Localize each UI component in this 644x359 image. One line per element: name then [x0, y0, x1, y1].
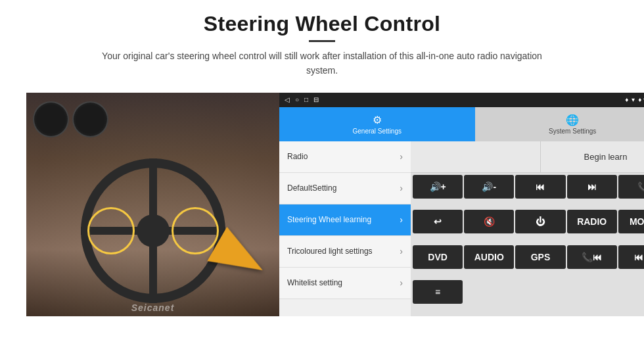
menu-arrow-tricoloured: › [400, 246, 403, 256]
mode-label: MODE [630, 216, 644, 227]
watermark: Seicanet [131, 302, 175, 313]
wifi-icon: ▾ [632, 96, 635, 103]
empty-display-box [411, 141, 541, 172]
mute-button[interactable]: 🔇 [464, 210, 514, 233]
radio-button[interactable]: RADIO [567, 210, 617, 233]
status-bar: ◁ ○ □ ⊟ ♦ ▾ ♦ ▾ 13:13 [279, 93, 644, 107]
call-prev-icon: 📞⏮ [582, 252, 602, 262]
menu-default-label: DefaultSetting [287, 183, 336, 193]
general-settings-icon: ⚙ [373, 114, 382, 126]
car-image: Seicanet [26, 93, 279, 316]
skip-button[interactable]: ⏮⏭ [618, 245, 644, 269]
tab-general-settings[interactable]: ⚙ General Settings [279, 107, 475, 141]
title-section: Steering Wheel Control Your original car… [85, 12, 559, 87]
back-icon: ◁ [285, 96, 290, 103]
menu-item-radio[interactable]: Radio › [279, 141, 411, 173]
menu-item-steering[interactable]: Steering Wheel learning › [279, 204, 411, 236]
power-icon: ⏻ [536, 216, 545, 227]
vol-up-icon: 🔊+ [430, 181, 446, 192]
next-button[interactable]: ⏭ [567, 175, 617, 199]
sw-circle-left [87, 207, 135, 254]
menu-arrow-whitelist: › [400, 277, 403, 288]
menu-radio-label: Radio [287, 152, 308, 161]
status-left: ◁ ○ □ ⊟ [285, 96, 319, 103]
power-button[interactable]: ⏻ [515, 210, 565, 233]
menu-arrow-radio: › [400, 151, 403, 162]
recents-icon: □ [304, 96, 308, 103]
call-button[interactable]: 📞 [618, 175, 644, 199]
menu-item-tricoloured[interactable]: Tricoloured light settings › [279, 236, 411, 268]
menu-steering-label: Steering Wheel learning [287, 215, 371, 224]
menu-item-whitelist[interactable]: Whitelist setting › [279, 268, 411, 299]
radio-label: RADIO [577, 216, 607, 227]
signal-icon: ♦ [625, 96, 628, 103]
menu-arrow-default: › [400, 183, 403, 193]
gauge-area [33, 98, 112, 144]
menu-item-default[interactable]: DefaultSetting › [279, 173, 411, 204]
audio-button[interactable]: AUDIO [464, 245, 514, 269]
dvd-label: DVD [428, 252, 448, 262]
menu-tricoloured-label: Tricoloured light settings [287, 247, 373, 256]
android-ui: ◁ ○ □ ⊟ ♦ ▾ ♦ ▾ 13:13 ⚙ General Settings [279, 93, 644, 316]
subtitle: Your original car's steering wheel contr… [85, 49, 559, 78]
call-icon: 📞 [637, 181, 644, 192]
vol-down-button[interactable]: 🔊- [464, 175, 514, 199]
sw-center [137, 214, 170, 247]
mute-icon: 🔇 [484, 216, 495, 227]
call-prev-button[interactable]: 📞⏮ [567, 245, 617, 269]
home-icon: ○ [295, 96, 299, 103]
button-grid: 🔊+ 🔊- ⏮ ⏭ 📞 [411, 173, 644, 316]
gps-button[interactable]: GPS [515, 245, 565, 269]
content-area: Seicanet ◁ ○ □ ⊟ ♦ ▾ ♦ ▾ 13:13 [26, 93, 618, 316]
mode-button[interactable]: MODE [618, 210, 644, 233]
gps-label: GPS [531, 252, 551, 262]
audio-label: AUDIO [474, 252, 504, 262]
title-divider [309, 40, 335, 42]
page-container: Steering Wheel Control Your original car… [0, 0, 644, 359]
general-settings-label: General Settings [353, 128, 402, 135]
hook-button[interactable]: ↩ [413, 210, 463, 233]
clock: ♦ ▾ 13:13 [638, 96, 644, 103]
left-menu: Radio › DefaultSetting › Steering Wheel … [279, 141, 411, 316]
gauge-2 [72, 101, 108, 137]
gauge-1 [33, 101, 69, 137]
begin-learn-button[interactable]: Begin learn [541, 141, 644, 172]
menu-arrow-steering: › [400, 214, 403, 225]
tab-system-settings[interactable]: 🌐 System Settings [475, 107, 645, 141]
right-top-row: Begin learn [411, 141, 644, 173]
prev-icon: ⏮ [536, 181, 545, 192]
prev-button[interactable]: ⏮ [515, 175, 565, 199]
sw-circle-right [172, 207, 219, 254]
system-settings-icon: 🌐 [566, 114, 579, 126]
steering-wheel [81, 158, 225, 303]
vol-down-icon: 🔊- [482, 181, 496, 192]
tab-bar: ⚙ General Settings 🌐 System Settings [279, 107, 644, 141]
main-content: Radio › DefaultSetting › Steering Wheel … [279, 141, 644, 316]
skip-icon: ⏮⏭ [634, 252, 644, 262]
vol-up-button[interactable]: 🔊+ [413, 175, 463, 199]
menu-icon: ⊟ [313, 96, 319, 103]
dvd-button[interactable]: DVD [413, 245, 463, 269]
list-button[interactable]: ≡ [413, 280, 463, 304]
menu-whitelist-label: Whitelist setting [287, 278, 342, 287]
hook-icon: ↩ [434, 216, 442, 227]
system-settings-label: System Settings [549, 128, 596, 135]
next-icon: ⏭ [587, 181, 597, 192]
right-panel: Begin learn 🔊+ 🔊- ⏮ [411, 141, 644, 316]
status-right: ♦ ▾ ♦ ▾ 13:13 [625, 96, 644, 103]
page-title: Steering Wheel Control [85, 12, 559, 36]
list-icon: ≡ [435, 287, 440, 297]
arrow-overlay [214, 237, 266, 277]
